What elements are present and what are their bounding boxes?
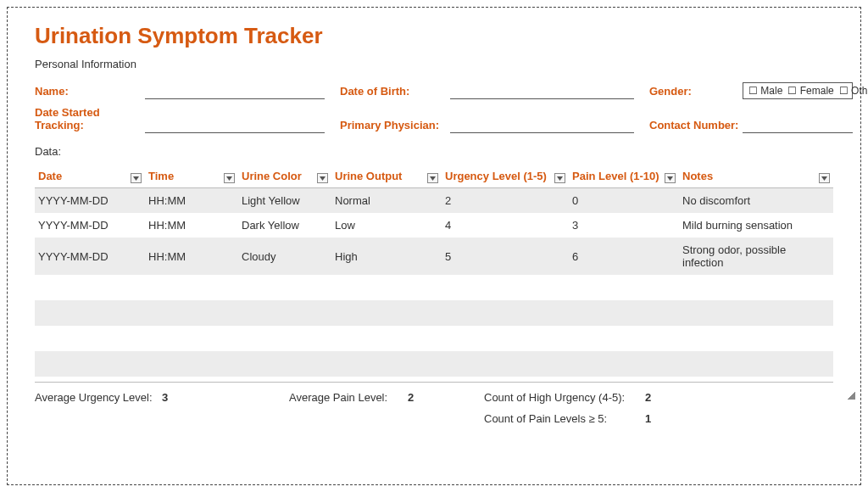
divider [35,382,833,383]
contact-field[interactable] [743,118,853,133]
filter-icon[interactable] [427,173,438,183]
physician-label: Primary Physician: [340,119,450,133]
filter-icon[interactable] [554,173,565,183]
gender-female-checkbox[interactable]: ☐ Female [787,85,833,97]
physician-field[interactable] [450,118,634,133]
svg-marker-4 [557,176,563,181]
table-row[interactable]: YYYY-MM-DD HH:MM Cloudy High 5 6 Strong … [35,238,833,275]
svg-marker-0 [133,176,139,181]
filter-icon[interactable] [224,173,235,183]
filter-icon[interactable] [819,173,830,183]
col-time[interactable]: Time [145,165,238,188]
data-section-label: Data: [35,145,833,158]
tracker-page: Urination Symptom Tracker Personal Infor… [7,7,861,485]
gender-label: Gender: [649,85,743,99]
table-row[interactable]: YYYY-MM-DD HH:MM Dark Yellow Low 4 3 Mil… [35,213,833,238]
filter-icon[interactable] [317,173,328,183]
gender-field[interactable]: ☐ Male ☐ Female ☐ Other [743,82,853,99]
avg-pain-label: Average Pain Level: [289,391,408,404]
personal-info-grid: Name: Date of Birth: Gender: ☐ Male ☐ Fe… [35,82,833,133]
date-started-label: Date Started Tracking: [35,106,145,133]
col-notes[interactable]: Notes [679,165,833,188]
data-table: Date Time Urine Color Urine Output Urgen… [35,165,833,377]
name-field[interactable] [145,84,325,99]
table-row-empty [35,275,833,300]
table-row-empty[interactable] [35,351,833,377]
page-title: Urination Symptom Tracker [35,23,833,49]
table-header-row: Date Time Urine Color Urine Output Urgen… [35,165,833,188]
svg-marker-1 [226,176,232,181]
avg-urgency-value: 3 [162,391,187,404]
avg-pain-value: 2 [408,391,433,404]
high-pain-label: Count of Pain Levels ≥ 5: [484,412,645,425]
dob-label: Date of Birth: [340,85,450,99]
section-personal-label: Personal Information [35,58,833,70]
filter-icon[interactable] [665,173,676,183]
svg-marker-5 [667,176,673,181]
summary-grid: Average Urgency Level: 3 Average Pain Le… [35,391,833,425]
svg-marker-2 [320,176,326,181]
svg-marker-3 [430,176,436,181]
table-row-empty [35,326,833,351]
contact-label: Contact Number: [649,119,743,133]
col-date[interactable]: Date [35,165,145,188]
table-row[interactable]: YYYY-MM-DD HH:MM Light Yellow Normal 2 0… [35,188,833,214]
col-output[interactable]: Urine Output [331,165,442,188]
table-row-empty[interactable] [35,300,833,326]
name-label: Name: [35,85,145,99]
high-urgency-value: 2 [645,391,670,404]
col-urgency[interactable]: Urgency Level (1-5) [442,165,569,188]
col-color[interactable]: Urine Color [238,165,331,188]
filter-icon[interactable] [131,173,142,183]
dob-field[interactable] [450,84,634,99]
avg-urgency-label: Average Urgency Level: [35,391,162,404]
high-pain-value: 1 [645,412,670,425]
col-pain[interactable]: Pain Level (1-10) [569,165,679,188]
gender-other-checkbox[interactable]: ☐ Other [839,85,868,97]
gender-male-checkbox[interactable]: ☐ Male [748,85,782,97]
table-body: YYYY-MM-DD HH:MM Light Yellow Normal 2 0… [35,188,833,377]
svg-marker-6 [821,176,827,181]
date-started-field[interactable] [145,118,325,133]
high-urgency-label: Count of High Urgency (4-5): [484,391,645,404]
